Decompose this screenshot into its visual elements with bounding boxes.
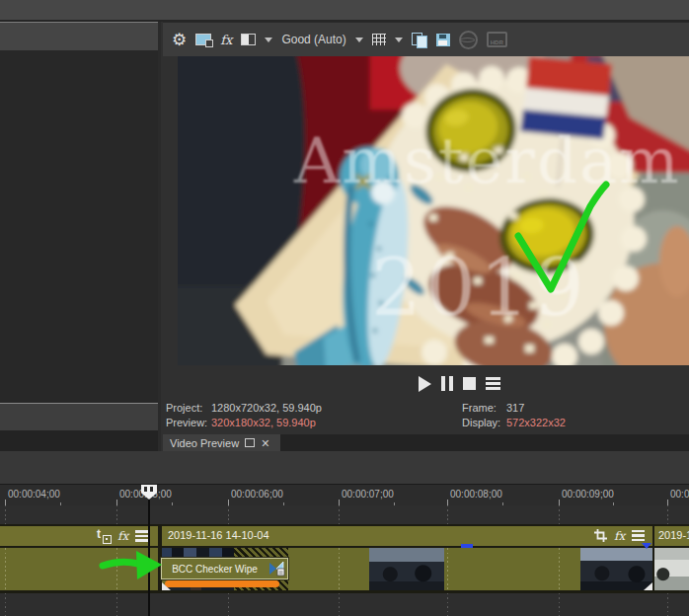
gridline [5, 593, 6, 616]
split-screen-caret-icon[interactable] [265, 38, 272, 42]
watermark-line2: 2019 [371, 242, 588, 334]
preview-info-value: 320x180x32, 59.940p [211, 417, 316, 428]
event-a-icons: t fx [97, 529, 148, 543]
gridline [339, 505, 340, 524]
event-c-thumbnail[interactable] [654, 548, 689, 590]
transition-event[interactable]: BCC Checker Wipe [161, 558, 288, 579]
event-fx-icon[interactable]: fx [117, 530, 128, 542]
green-arrow-annotation [95, 545, 168, 586]
video-preview-tab-label: Video Preview [170, 437, 239, 449]
ruler-label: 00:00:09;00 [562, 489, 614, 500]
fade-handle-right[interactable] [644, 582, 652, 590]
hdr-mode-icon-disabled: HDR [487, 32, 507, 47]
gridline [339, 593, 340, 616]
save-snapshot-icon[interactable] [436, 34, 450, 46]
ruler-label: 00:00:08;00 [450, 489, 502, 500]
grid-caret-icon[interactable] [395, 38, 403, 42]
left-panel-body [0, 50, 158, 403]
video-frame: Amsterdam 2019 [178, 56, 689, 365]
event-b-icons: fx [594, 529, 645, 542]
left-panel-footer-strip [0, 403, 158, 430]
transport-controls [419, 375, 500, 392]
left-panel-bottom [0, 430, 158, 451]
pan-crop-icon[interactable] [594, 529, 607, 542]
timeline-marker-bar[interactable] [0, 451, 689, 484]
preview-settings-gear-icon[interactable]: ⚙ [172, 32, 187, 48]
external-monitor-icon[interactable] [195, 34, 211, 45]
transition-name: BCC Checker Wipe [162, 564, 268, 575]
play-button[interactable] [419, 376, 431, 392]
gridline [447, 548, 448, 590]
gridline [228, 593, 229, 616]
tab-bar-empty [280, 434, 689, 451]
left-panel-header [0, 22, 158, 50]
project-info-label: Project: [166, 402, 202, 414]
quality-caret-icon[interactable] [355, 38, 363, 42]
tab-restore-icon[interactable] [245, 438, 255, 447]
clip-thumbnail [369, 548, 444, 590]
pause-button[interactable] [441, 376, 453, 391]
gridline [559, 593, 560, 616]
window-top-strip [0, 0, 689, 20]
gridline [559, 505, 560, 524]
ruler-label: 00:00:06;00 [231, 489, 283, 500]
event-b-name: 2019-11-16 14-10-04 [168, 529, 269, 541]
split-screen-view-icon[interactable] [241, 34, 256, 45]
preview-info-label: Preview: [166, 417, 207, 428]
stop-button[interactable] [463, 377, 476, 390]
display-info-value: 572x322x32 [506, 417, 566, 428]
takes-icon[interactable]: t [97, 529, 111, 543]
transition-butterfly-icon[interactable] [268, 561, 285, 577]
video-frame-photo: Amsterdam 2019 [178, 56, 689, 365]
gridline [116, 505, 117, 524]
ruler-label: 00:00:07;00 [342, 489, 394, 500]
ruler-minor-tick [60, 502, 61, 505]
preview-quality-selector[interactable]: Good (Auto) [281, 33, 345, 46]
gridline [5, 505, 6, 524]
event-menu-icon[interactable] [632, 530, 645, 542]
video-output-fx-icon[interactable]: fx [220, 33, 232, 47]
clip-thumbnail [580, 548, 652, 590]
event-menu-icon[interactable] [135, 530, 148, 542]
frame-info-label: Frame: [462, 402, 497, 414]
ruler-minor-tick [172, 502, 173, 505]
gridline [667, 505, 668, 524]
gridline [667, 593, 668, 616]
transport-menu-button[interactable] [486, 377, 500, 390]
gridline [447, 593, 448, 616]
project-info-value: 1280x720x32, 59.940p [211, 402, 322, 414]
event-c-name: 2019-1 [658, 529, 689, 541]
watermark-line1: Amsterdam [293, 124, 681, 197]
preview-toolbar: ⚙ fx Good (Auto) HDR [163, 22, 689, 56]
frame-info-value: 317 [506, 402, 524, 414]
ruler-label: 00:00:04;00 [8, 489, 60, 500]
ruler-minor-tick [613, 502, 614, 505]
360-mode-icon-disabled [459, 31, 478, 49]
ruler-minor-tick [394, 502, 395, 505]
display-info-label: Display: [462, 417, 500, 428]
gridline [559, 548, 560, 590]
event-fx-icon[interactable]: fx [614, 530, 625, 542]
copy-snapshot-icon[interactable] [412, 33, 427, 47]
gridline [447, 505, 448, 524]
vegas-pro-workspace: ⚙ fx Good (Auto) HDR [0, 0, 689, 616]
gridline [339, 548, 340, 590]
edge-marker-blue-triangle[interactable] [642, 543, 651, 549]
media-marker-blue[interactable] [461, 544, 473, 548]
ruler-label: 00:00:10;00 [670, 489, 689, 500]
gridline [228, 505, 229, 524]
ruler-minor-tick [283, 502, 284, 505]
gridline [116, 593, 117, 616]
tab-close-icon[interactable]: ✕ [261, 438, 269, 448]
video-preview-tab[interactable]: Video Preview ✕ [163, 434, 280, 451]
ruler-minor-tick [502, 502, 503, 505]
grid-overlay-icon[interactable] [372, 34, 386, 45]
gridline [5, 548, 6, 590]
transition-progress-bar[interactable] [165, 580, 279, 587]
event-c-header[interactable]: 2019-1 [654, 526, 689, 546]
